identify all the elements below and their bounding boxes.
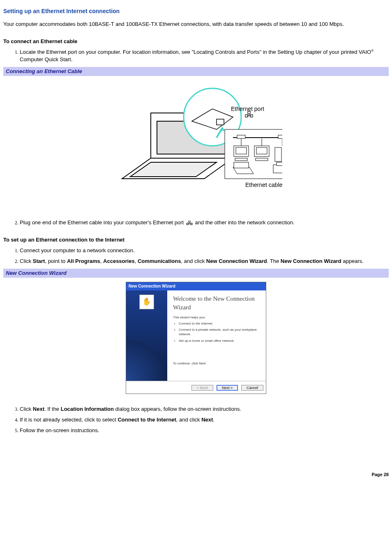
- figure-caption-wizard: New Connection Wizard: [3, 269, 389, 278]
- ethernet-cable-label: Ethernet cable: [245, 182, 282, 188]
- section-setup-connection-heading: To set up an Ethernet connection to the …: [3, 236, 389, 244]
- wizard-cancel-button[interactable]: Cancel: [241, 385, 263, 391]
- svg-rect-27: [273, 165, 282, 173]
- svg-rect-21: [236, 147, 247, 154]
- setup-step-5: Follow the on-screen instructions.: [20, 427, 389, 434]
- setup-step-4: If it is not already selected, click to …: [20, 416, 389, 424]
- wizard-bullet-1: Connect to the Internet.: [179, 321, 260, 326]
- svg-rect-15: [237, 135, 245, 138]
- setup-step-2: Click Start, point to All Programs, Acce…: [20, 258, 389, 265]
- intro-paragraph: Your computer accommodates both 10BASE-T…: [3, 21, 389, 28]
- setup-step-1: Connect your computer to a network conne…: [20, 247, 389, 254]
- connect-cable-step-1: Locate the Ethernet port on your compute…: [20, 48, 389, 64]
- svg-rect-25: [256, 158, 268, 161]
- page-title: Setting up an Ethernet Internet connecti…: [3, 7, 389, 16]
- svg-rect-26: [275, 147, 281, 161]
- svg-rect-33: [189, 221, 190, 222]
- wizard-hand-icon: ✋: [139, 295, 154, 309]
- step1-text-pre: Locate the Ethernet port on your compute…: [20, 49, 371, 55]
- page-number: Page 28: [3, 472, 389, 478]
- wizard-welcome-heading: Welcome to the New Connection Wizard: [173, 295, 260, 312]
- svg-rect-5: [217, 119, 224, 125]
- svg-rect-28: [277, 162, 282, 166]
- wizard-globe-icon: [126, 340, 167, 381]
- svg-rect-24: [256, 147, 267, 154]
- figure-ethernet-cable: Ethernet port Ethernet cable: [3, 76, 389, 216]
- svg-rect-22: [235, 158, 247, 161]
- wizard-window: New Connection Wizard ✋ Welcome to the N…: [126, 282, 266, 394]
- wizard-sidebar: ✋: [126, 290, 167, 381]
- wizard-helps-text: This wizard helps you:: [173, 315, 260, 320]
- wizard-continue-text: To continue, click Next.: [173, 361, 260, 366]
- ethernet-diagram-svg: Ethernet port Ethernet cable: [110, 80, 282, 207]
- wizard-bullet-3: Set up a home or small office network.: [179, 339, 260, 343]
- step2-text-post: and the other into the network connectio…: [195, 219, 294, 226]
- step2-text-pre: Plug one end of the Ethernet cable into …: [20, 219, 185, 226]
- setup-step-3: Click Next. If the Location Information …: [20, 405, 389, 413]
- svg-rect-30: [234, 162, 249, 168]
- section-connect-cable-heading: To connect an Ethernet cable: [3, 38, 389, 45]
- wizard-bullet-2: Connect to a private network, such as yo…: [179, 327, 260, 336]
- svg-rect-16: [278, 135, 282, 138]
- wizard-next-button[interactable]: Next >: [217, 385, 238, 391]
- figure-caption-ethernet-cable: Connecting an Ethernet Cable: [3, 67, 389, 76]
- wizard-titlebar: New Connection Wizard: [126, 282, 266, 290]
- wizard-back-button[interactable]: < Back: [191, 385, 214, 391]
- registered-mark: ®: [371, 49, 374, 53]
- ethernet-port-icon: [186, 220, 193, 225]
- step1-text-post: Computer Quick Start.: [20, 56, 73, 62]
- connect-cable-step-2: Plug one end of the Ethernet cable into …: [20, 219, 389, 226]
- figure-wizard: New Connection Wizard ✋ Welcome to the N…: [3, 278, 389, 402]
